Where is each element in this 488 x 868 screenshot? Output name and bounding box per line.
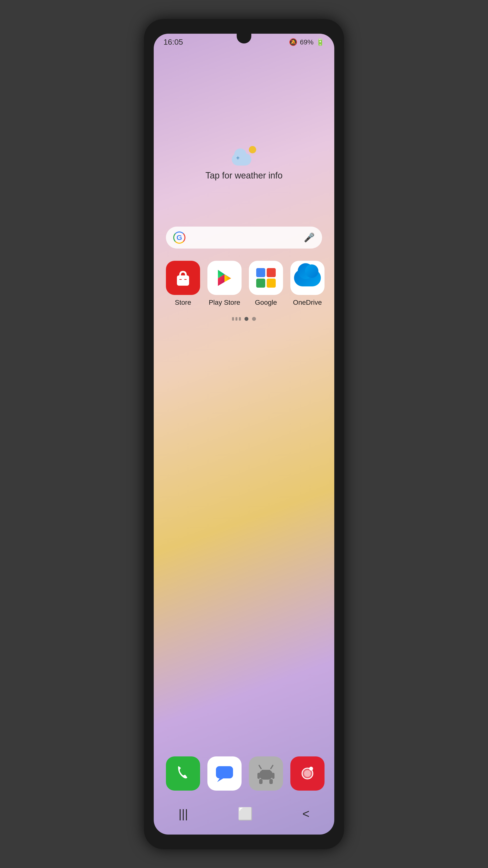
phone-screen: 16:05 🔕 69% 🔋 + Tap for weather info G 🎤: [154, 34, 334, 835]
phone-frame: 16:05 🔕 69% 🔋 + Tap for weather info G 🎤: [144, 19, 344, 849]
status-icons: 🔕 69% 🔋: [289, 38, 325, 46]
svg-rect-15: [272, 773, 274, 779]
do-not-disturb-icon: 🔕: [289, 38, 297, 46]
page-line-1: [232, 317, 234, 320]
dock-item-screenrecorder[interactable]: [290, 756, 325, 790]
svg-rect-2: [184, 279, 187, 280]
store-bag-svg: [173, 268, 193, 288]
store-app-label: Store: [175, 299, 191, 306]
dock-item-apk[interactable]: [249, 756, 283, 790]
google-app-label: Google: [255, 299, 277, 306]
page-line-3: [239, 317, 241, 320]
google-grid-green: [256, 279, 265, 288]
svg-rect-16: [259, 779, 263, 784]
screenrecorder-app-icon: [290, 756, 325, 790]
svg-rect-14: [257, 773, 260, 779]
store-app-icon: [166, 261, 200, 295]
phone-app-icon: [166, 756, 200, 790]
page-indicator-lines: [232, 317, 241, 320]
google-grid: [256, 268, 276, 288]
nav-recent-button[interactable]: |||: [178, 807, 188, 821]
google-app-icon: [249, 261, 283, 295]
google-grid-yellow: [267, 279, 276, 288]
svg-marker-8: [217, 778, 223, 782]
dock: [166, 756, 322, 790]
app-item-store[interactable]: Store: [166, 261, 200, 306]
status-time: 16:05: [163, 38, 183, 46]
svg-rect-1: [180, 279, 182, 280]
svg-rect-7: [216, 766, 233, 778]
weather-sun-icon: [249, 146, 256, 153]
messages-svg: [214, 763, 235, 784]
google-search-bar[interactable]: G 🎤: [166, 226, 322, 249]
google-logo: G: [173, 231, 186, 244]
weather-widget[interactable]: + Tap for weather info: [205, 146, 283, 181]
weather-text: Tap for weather info: [205, 170, 283, 181]
svg-rect-17: [269, 779, 273, 784]
page-dot-1-active: [245, 317, 249, 321]
recorder-svg: [298, 764, 317, 783]
svg-rect-0: [177, 275, 189, 286]
google-g-letter: G: [176, 234, 182, 242]
battery-percent: 69%: [300, 38, 314, 46]
svg-rect-11: [259, 770, 273, 780]
playstore-app-label: Play Store: [208, 299, 240, 306]
page-line-2: [235, 317, 237, 320]
android-svg: [256, 763, 276, 784]
apk-app-icon: [249, 756, 283, 790]
svg-point-19: [304, 770, 311, 777]
playstore-app-icon: [207, 261, 241, 295]
battery-icon: 🔋: [316, 38, 325, 46]
onedrive-cloud-shape: [294, 269, 321, 286]
page-dot-2: [252, 317, 256, 321]
dock-item-messages[interactable]: [207, 756, 241, 790]
svg-point-20: [309, 767, 313, 771]
app-grid: Store: [166, 261, 322, 306]
app-item-playstore[interactable]: Play Store: [207, 261, 241, 306]
svg-line-13: [271, 766, 273, 769]
nav-bar: ||| ⬜ <: [154, 798, 334, 835]
weather-plus-icon: +: [236, 155, 239, 161]
onedrive-app-label: OneDrive: [293, 299, 322, 306]
dock-item-phone[interactable]: [166, 756, 200, 790]
svg-line-12: [259, 766, 261, 769]
onedrive-app-icon: [290, 261, 325, 295]
app-item-onedrive[interactable]: OneDrive: [290, 261, 325, 306]
nav-home-button[interactable]: ⬜: [238, 807, 253, 821]
mic-icon[interactable]: 🎤: [304, 232, 315, 243]
weather-cloud: +: [232, 153, 251, 165]
app-item-google[interactable]: Google: [249, 261, 283, 306]
playstore-svg: [214, 267, 235, 289]
phone-svg: [173, 764, 193, 783]
google-grid-blue: [256, 268, 265, 277]
weather-icon: +: [232, 146, 256, 165]
messages-app-icon: [207, 756, 241, 790]
page-indicators: [232, 317, 256, 321]
google-grid-red: [267, 268, 276, 277]
svg-marker-5: [225, 274, 231, 282]
nav-back-button[interactable]: <: [302, 807, 310, 821]
